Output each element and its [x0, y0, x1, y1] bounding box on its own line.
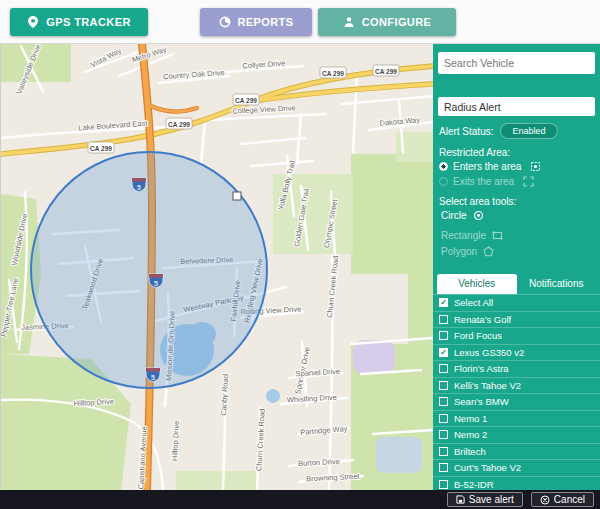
restricted-area-label: Restricted Area: — [439, 147, 594, 157]
vehicle-name: Sean's BMW — [454, 396, 509, 407]
restricted-option-exits[interactable]: Exits the area — [439, 176, 594, 187]
top-navigation-bar: GPS TRACKER REPORTS CONFIGURE — [0, 0, 600, 44]
map[interactable]: Valleyside DriveVista WayMetro WayCountr… — [0, 44, 433, 490]
vehicle-row[interactable]: ✓Select All — [433, 295, 600, 312]
street-label: Hilltop Drive — [170, 420, 181, 461]
vehicle-name: Select All — [454, 297, 493, 308]
street-label: Dakota Way — [379, 115, 420, 128]
polygon-tool-icon — [483, 246, 494, 257]
route-badge: CA 299 — [88, 142, 114, 153]
vehicle-checkbox[interactable] — [439, 331, 448, 340]
vehicle-row[interactable]: Briltech — [433, 444, 600, 461]
vehicle-row[interactable]: B-52-IDR — [433, 477, 600, 491]
street-label: Partridge Way — [300, 424, 348, 437]
exit-area-icon — [523, 176, 534, 187]
vehicle-name: Ford Focus — [454, 330, 502, 341]
street-label: Churn Creek Road — [254, 408, 266, 471]
vehicle-row[interactable]: Nemo 1 — [433, 411, 600, 428]
vehicle-checkbox[interactable] — [439, 397, 448, 406]
rectangle-tool-label: Rectangle — [441, 230, 486, 241]
vehicle-checkbox[interactable] — [439, 447, 448, 456]
reports-icon — [219, 16, 231, 28]
vehicle-name: B-52-IDR — [454, 479, 494, 490]
cancel-label: Cancel — [554, 494, 585, 505]
vehicle-checkbox[interactable] — [439, 315, 448, 324]
vehicle-checkbox[interactable] — [439, 480, 448, 489]
gps-tracker-icon — [27, 15, 39, 29]
vehicle-name: Nemo 1 — [454, 413, 487, 424]
vehicle-row[interactable]: Renata's Golf — [433, 312, 600, 329]
route-badge: CA 299 — [320, 67, 346, 78]
footer-bar: Save alert Cancel — [0, 490, 600, 509]
vehicle-row[interactable]: Florin's Astra — [433, 361, 600, 378]
circle-resize-handle[interactable] — [233, 192, 241, 200]
tab-notifications[interactable]: Notifications — [517, 274, 597, 294]
radius-circle[interactable] — [31, 152, 267, 388]
vehicle-name: Kelli's Tahoe V2 — [454, 380, 521, 391]
alert-status-toggle[interactable]: Enabled — [500, 123, 557, 139]
street-label: Metro Way — [131, 45, 168, 65]
sidebar: Alert Status: Enabled Restricted Area: E… — [433, 44, 600, 490]
vehicle-checkbox[interactable]: ✓ — [439, 298, 448, 307]
street-label: Whistling Drive — [287, 393, 337, 405]
street-label: Vista Way — [89, 46, 123, 70]
exits-radio[interactable] — [439, 177, 448, 186]
vehicle-name: Briltech — [454, 446, 486, 457]
configure-button[interactable]: CONFIGURE — [318, 8, 456, 36]
street-label: Spaniel Drive — [295, 367, 340, 378]
vehicle-row[interactable]: Nemo 2 — [433, 427, 600, 444]
enters-radio[interactable] — [439, 162, 448, 171]
alert-status-row: Alert Status: Enabled — [439, 124, 594, 138]
enters-label: Enters the area — [453, 161, 521, 172]
radius-alert-overlay[interactable] — [31, 152, 267, 388]
vehicle-name: Lexus GS350 v2 — [454, 347, 524, 358]
vehicle-checkbox[interactable]: ✓ — [439, 348, 448, 357]
search-vehicle-input[interactable] — [438, 52, 595, 74]
svg-text:CA 299: CA 299 — [375, 68, 397, 75]
vehicle-row[interactable]: Curt's Tahoe V2 — [433, 460, 600, 477]
street-label: Churn Creek Road — [325, 255, 340, 318]
vehicle-row[interactable]: Ford Focus — [433, 328, 600, 345]
vehicle-name: Nemo 2 — [454, 429, 487, 440]
vehicle-checkbox[interactable] — [439, 381, 448, 390]
reports-button[interactable]: REPORTS — [200, 8, 312, 36]
cancel-button[interactable]: Cancel — [531, 492, 594, 507]
cancel-icon — [540, 495, 550, 505]
vehicle-checkbox[interactable] — [439, 364, 448, 373]
route-badge: CA 299 — [233, 94, 259, 105]
rectangle-tool-icon — [492, 230, 503, 241]
tab-vehicles[interactable]: Vehicles — [437, 274, 517, 294]
vehicle-name: Florin's Astra — [454, 363, 509, 374]
svg-text:CA 299: CA 299 — [235, 97, 257, 104]
tool-rectangle[interactable]: Rectangle — [439, 230, 594, 241]
restricted-option-enters[interactable]: Enters the area — [439, 161, 594, 172]
reports-label: REPORTS — [238, 16, 294, 28]
route-badge: CA 299 — [166, 118, 192, 129]
configure-label: CONFIGURE — [362, 16, 432, 28]
tool-circle[interactable]: Circle — [439, 210, 594, 221]
save-alert-button[interactable]: Save alert — [447, 492, 523, 507]
gps-tracker-button[interactable]: GPS TRACKER — [10, 8, 148, 36]
enter-area-icon — [530, 161, 541, 172]
vehicle-row[interactable]: Kelli's Tahoe V2 — [433, 378, 600, 395]
circle-tool-label: Circle — [441, 210, 467, 221]
vehicle-row[interactable]: ✓Lexus GS350 v2 — [433, 345, 600, 362]
vehicle-list: ✓Select AllRenata's GolfFord Focus✓Lexus… — [433, 294, 600, 490]
save-alert-label: Save alert — [469, 494, 514, 505]
vehicle-checkbox[interactable] — [439, 430, 448, 439]
alert-name-input[interactable] — [438, 97, 595, 116]
exits-label: Exits the area — [453, 176, 514, 187]
vehicle-name: Curt's Tahoe V2 — [454, 462, 521, 473]
map-canvas: Valleyside DriveVista WayMetro WayCountr… — [1, 44, 433, 490]
vehicle-name: Renata's Golf — [454, 314, 511, 325]
polygon-tool-label: Polygon — [441, 246, 477, 257]
vehicle-checkbox[interactable] — [439, 414, 448, 423]
route-badge: CA 299 — [373, 65, 399, 76]
alert-status-label: Alert Status: — [439, 126, 493, 137]
vehicle-checkbox[interactable] — [439, 463, 448, 472]
vehicle-row[interactable]: Sean's BMW — [433, 394, 600, 411]
sidebar-tabs: Vehicles Notifications — [437, 274, 596, 294]
tool-polygon[interactable]: Polygon — [439, 246, 594, 257]
gps-tracker-label: GPS TRACKER — [46, 16, 130, 28]
street-label: Canby Road — [219, 374, 230, 416]
